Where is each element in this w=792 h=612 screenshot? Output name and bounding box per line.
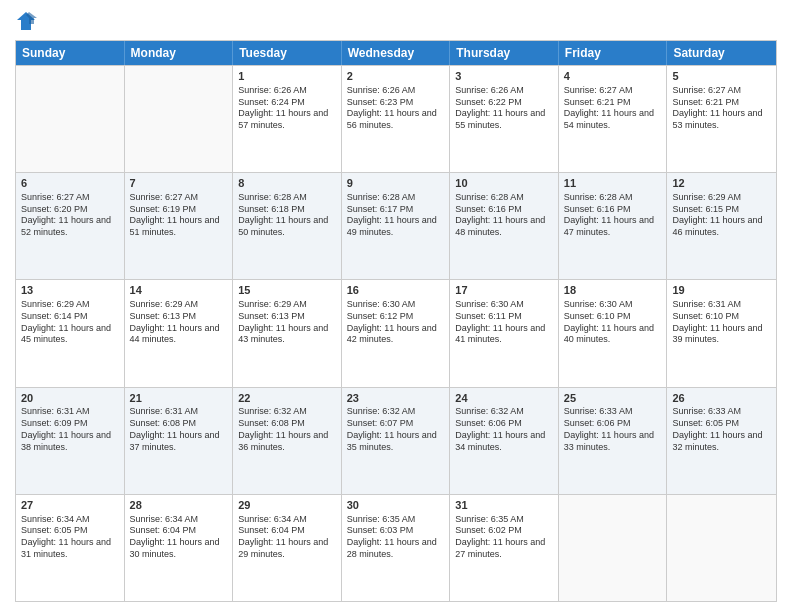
day-number: 18: [564, 283, 662, 298]
day-number: 24: [455, 391, 553, 406]
day-cell-14: 14Sunrise: 6:29 AM Sunset: 6:13 PM Dayli…: [125, 280, 234, 386]
cell-info: Sunrise: 6:27 AM Sunset: 6:20 PM Dayligh…: [21, 192, 119, 239]
day-number: 23: [347, 391, 445, 406]
day-cell-26: 26Sunrise: 6:33 AM Sunset: 6:05 PM Dayli…: [667, 388, 776, 494]
day-number: 3: [455, 69, 553, 84]
day-cell-29: 29Sunrise: 6:34 AM Sunset: 6:04 PM Dayli…: [233, 495, 342, 601]
cell-info: Sunrise: 6:32 AM Sunset: 6:06 PM Dayligh…: [455, 406, 553, 453]
cell-info: Sunrise: 6:32 AM Sunset: 6:08 PM Dayligh…: [238, 406, 336, 453]
day-cell-19: 19Sunrise: 6:31 AM Sunset: 6:10 PM Dayli…: [667, 280, 776, 386]
header: [15, 10, 777, 32]
logo: [15, 10, 41, 32]
day-number: 15: [238, 283, 336, 298]
empty-cell: [125, 66, 234, 172]
cell-info: Sunrise: 6:35 AM Sunset: 6:03 PM Dayligh…: [347, 514, 445, 561]
cell-info: Sunrise: 6:33 AM Sunset: 6:06 PM Dayligh…: [564, 406, 662, 453]
cell-info: Sunrise: 6:33 AM Sunset: 6:05 PM Dayligh…: [672, 406, 771, 453]
cell-info: Sunrise: 6:28 AM Sunset: 6:16 PM Dayligh…: [455, 192, 553, 239]
cell-info: Sunrise: 6:28 AM Sunset: 6:17 PM Dayligh…: [347, 192, 445, 239]
day-number: 1: [238, 69, 336, 84]
day-headers: SundayMondayTuesdayWednesdayThursdayFrid…: [16, 41, 776, 65]
day-header-wednesday: Wednesday: [342, 41, 451, 65]
cell-info: Sunrise: 6:31 AM Sunset: 6:08 PM Dayligh…: [130, 406, 228, 453]
day-cell-27: 27Sunrise: 6:34 AM Sunset: 6:05 PM Dayli…: [16, 495, 125, 601]
day-header-saturday: Saturday: [667, 41, 776, 65]
day-cell-6: 6Sunrise: 6:27 AM Sunset: 6:20 PM Daylig…: [16, 173, 125, 279]
day-cell-15: 15Sunrise: 6:29 AM Sunset: 6:13 PM Dayli…: [233, 280, 342, 386]
day-cell-1: 1Sunrise: 6:26 AM Sunset: 6:24 PM Daylig…: [233, 66, 342, 172]
day-number: 13: [21, 283, 119, 298]
empty-cell: [16, 66, 125, 172]
day-cell-30: 30Sunrise: 6:35 AM Sunset: 6:03 PM Dayli…: [342, 495, 451, 601]
day-cell-31: 31Sunrise: 6:35 AM Sunset: 6:02 PM Dayli…: [450, 495, 559, 601]
cell-info: Sunrise: 6:34 AM Sunset: 6:04 PM Dayligh…: [130, 514, 228, 561]
day-number: 2: [347, 69, 445, 84]
cell-info: Sunrise: 6:29 AM Sunset: 6:14 PM Dayligh…: [21, 299, 119, 346]
weeks: 1Sunrise: 6:26 AM Sunset: 6:24 PM Daylig…: [16, 65, 776, 601]
day-number: 17: [455, 283, 553, 298]
day-number: 22: [238, 391, 336, 406]
cell-info: Sunrise: 6:29 AM Sunset: 6:13 PM Dayligh…: [238, 299, 336, 346]
day-cell-25: 25Sunrise: 6:33 AM Sunset: 6:06 PM Dayli…: [559, 388, 668, 494]
day-number: 25: [564, 391, 662, 406]
day-number: 21: [130, 391, 228, 406]
empty-cell: [559, 495, 668, 601]
day-number: 31: [455, 498, 553, 513]
page: SundayMondayTuesdayWednesdayThursdayFrid…: [0, 0, 792, 612]
cell-info: Sunrise: 6:28 AM Sunset: 6:18 PM Dayligh…: [238, 192, 336, 239]
day-header-friday: Friday: [559, 41, 668, 65]
day-number: 29: [238, 498, 336, 513]
logo-icon: [15, 10, 37, 32]
day-number: 7: [130, 176, 228, 191]
calendar: SundayMondayTuesdayWednesdayThursdayFrid…: [15, 40, 777, 602]
day-cell-24: 24Sunrise: 6:32 AM Sunset: 6:06 PM Dayli…: [450, 388, 559, 494]
day-number: 19: [672, 283, 771, 298]
day-cell-2: 2Sunrise: 6:26 AM Sunset: 6:23 PM Daylig…: [342, 66, 451, 172]
cell-info: Sunrise: 6:31 AM Sunset: 6:10 PM Dayligh…: [672, 299, 771, 346]
week-row-3: 13Sunrise: 6:29 AM Sunset: 6:14 PM Dayli…: [16, 279, 776, 386]
cell-info: Sunrise: 6:34 AM Sunset: 6:04 PM Dayligh…: [238, 514, 336, 561]
cell-info: Sunrise: 6:27 AM Sunset: 6:21 PM Dayligh…: [672, 85, 771, 132]
cell-info: Sunrise: 6:26 AM Sunset: 6:23 PM Dayligh…: [347, 85, 445, 132]
day-cell-17: 17Sunrise: 6:30 AM Sunset: 6:11 PM Dayli…: [450, 280, 559, 386]
day-cell-22: 22Sunrise: 6:32 AM Sunset: 6:08 PM Dayli…: [233, 388, 342, 494]
day-header-sunday: Sunday: [16, 41, 125, 65]
cell-info: Sunrise: 6:26 AM Sunset: 6:22 PM Dayligh…: [455, 85, 553, 132]
cell-info: Sunrise: 6:31 AM Sunset: 6:09 PM Dayligh…: [21, 406, 119, 453]
day-cell-20: 20Sunrise: 6:31 AM Sunset: 6:09 PM Dayli…: [16, 388, 125, 494]
day-number: 26: [672, 391, 771, 406]
week-row-4: 20Sunrise: 6:31 AM Sunset: 6:09 PM Dayli…: [16, 387, 776, 494]
week-row-5: 27Sunrise: 6:34 AM Sunset: 6:05 PM Dayli…: [16, 494, 776, 601]
day-number: 4: [564, 69, 662, 84]
day-cell-5: 5Sunrise: 6:27 AM Sunset: 6:21 PM Daylig…: [667, 66, 776, 172]
day-cell-10: 10Sunrise: 6:28 AM Sunset: 6:16 PM Dayli…: [450, 173, 559, 279]
day-cell-12: 12Sunrise: 6:29 AM Sunset: 6:15 PM Dayli…: [667, 173, 776, 279]
day-number: 5: [672, 69, 771, 84]
day-number: 11: [564, 176, 662, 191]
day-cell-9: 9Sunrise: 6:28 AM Sunset: 6:17 PM Daylig…: [342, 173, 451, 279]
day-cell-8: 8Sunrise: 6:28 AM Sunset: 6:18 PM Daylig…: [233, 173, 342, 279]
week-row-2: 6Sunrise: 6:27 AM Sunset: 6:20 PM Daylig…: [16, 172, 776, 279]
day-cell-7: 7Sunrise: 6:27 AM Sunset: 6:19 PM Daylig…: [125, 173, 234, 279]
day-cell-13: 13Sunrise: 6:29 AM Sunset: 6:14 PM Dayli…: [16, 280, 125, 386]
day-number: 20: [21, 391, 119, 406]
day-cell-18: 18Sunrise: 6:30 AM Sunset: 6:10 PM Dayli…: [559, 280, 668, 386]
day-cell-23: 23Sunrise: 6:32 AM Sunset: 6:07 PM Dayli…: [342, 388, 451, 494]
cell-info: Sunrise: 6:26 AM Sunset: 6:24 PM Dayligh…: [238, 85, 336, 132]
cell-info: Sunrise: 6:34 AM Sunset: 6:05 PM Dayligh…: [21, 514, 119, 561]
day-cell-11: 11Sunrise: 6:28 AM Sunset: 6:16 PM Dayli…: [559, 173, 668, 279]
day-number: 27: [21, 498, 119, 513]
day-number: 28: [130, 498, 228, 513]
week-row-1: 1Sunrise: 6:26 AM Sunset: 6:24 PM Daylig…: [16, 65, 776, 172]
day-header-monday: Monday: [125, 41, 234, 65]
cell-info: Sunrise: 6:30 AM Sunset: 6:10 PM Dayligh…: [564, 299, 662, 346]
cell-info: Sunrise: 6:28 AM Sunset: 6:16 PM Dayligh…: [564, 192, 662, 239]
day-number: 6: [21, 176, 119, 191]
day-number: 10: [455, 176, 553, 191]
cell-info: Sunrise: 6:32 AM Sunset: 6:07 PM Dayligh…: [347, 406, 445, 453]
empty-cell: [667, 495, 776, 601]
day-header-tuesday: Tuesday: [233, 41, 342, 65]
day-cell-16: 16Sunrise: 6:30 AM Sunset: 6:12 PM Dayli…: [342, 280, 451, 386]
day-number: 16: [347, 283, 445, 298]
day-number: 12: [672, 176, 771, 191]
